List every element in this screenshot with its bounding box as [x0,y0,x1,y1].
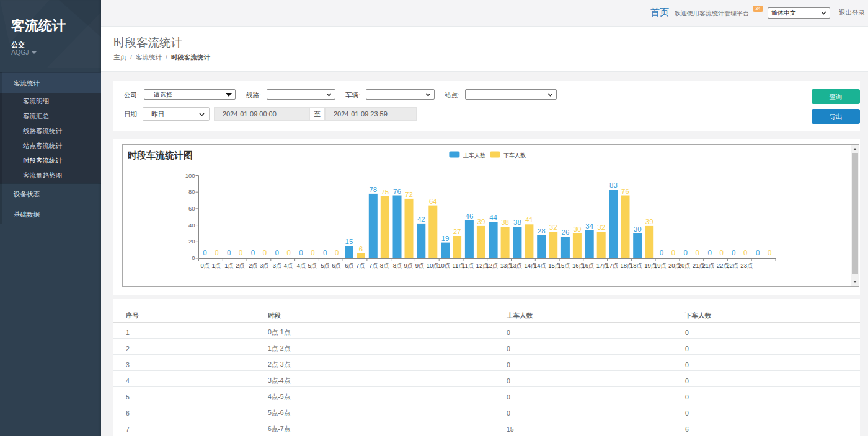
svg-text:0: 0 [684,249,688,256]
svg-text:6点-7点: 6点-7点 [345,262,365,269]
svg-text:80: 80 [188,188,195,195]
svg-text:5点-6点: 5点-6点 [321,262,341,269]
svg-text:0: 0 [323,249,327,256]
svg-text:34: 34 [585,222,593,230]
svg-text:15点-16点: 15点-16点 [558,262,585,269]
svg-text:19点-20点: 19点-20点 [654,262,681,269]
svg-text:0: 0 [732,249,735,256]
svg-text:1点-2点: 1点-2点 [224,262,245,269]
svg-text:0: 0 [335,249,339,256]
svg-text:18点-19点: 18点-19点 [630,262,657,269]
svg-text:0: 0 [743,249,747,256]
svg-text:0: 0 [768,249,771,256]
svg-text:9点-10点: 9点-10点 [415,262,439,269]
svg-text:3点-4点: 3点-4点 [273,262,293,269]
svg-text:39: 39 [477,218,485,225]
svg-text:0: 0 [299,249,303,256]
svg-text:32: 32 [597,224,605,231]
svg-text:40: 40 [188,222,195,229]
svg-text:11点-12点: 11点-12点 [462,262,489,269]
svg-text:0: 0 [756,249,760,256]
svg-text:下车人数: 下车人数 [503,152,526,159]
svg-text:83: 83 [609,181,618,189]
svg-text:12点-13点: 12点-13点 [485,262,512,269]
svg-text:14点-15点: 14点-15点 [534,262,560,269]
svg-text:0: 0 [203,249,206,256]
svg-text:0: 0 [263,249,267,256]
svg-text:0: 0 [275,249,278,256]
svg-text:13点-14点: 13点-14点 [510,262,536,269]
svg-text:0: 0 [671,249,675,256]
svg-text:0: 0 [660,249,663,256]
svg-text:0: 0 [215,249,218,256]
svg-text:0: 0 [311,249,314,256]
svg-text:42: 42 [417,216,425,223]
svg-text:27: 27 [453,228,461,235]
svg-text:30: 30 [574,225,582,233]
svg-text:38: 38 [501,219,509,226]
svg-text:78: 78 [369,186,377,193]
svg-text:75: 75 [381,188,389,196]
svg-text:0点-1点: 0点-1点 [201,262,221,269]
svg-text:6: 6 [359,245,363,253]
svg-text:0: 0 [696,249,699,256]
svg-text:时段车流统计图: 时段车流统计图 [128,150,193,160]
svg-text:20点-21点: 20点-21点 [678,262,705,269]
svg-text:22点-23点: 22点-23点 [726,262,753,269]
svg-text:0: 0 [719,249,723,256]
svg-text:0: 0 [286,249,290,256]
svg-text:16点-17点: 16点-17点 [582,262,609,269]
svg-text:38: 38 [513,219,521,226]
svg-text:上车人数: 上车人数 [463,152,485,159]
svg-text:0: 0 [251,249,255,256]
svg-text:76: 76 [393,188,401,195]
svg-text:30: 30 [634,225,642,233]
svg-text:41: 41 [525,216,533,224]
svg-text:76: 76 [621,188,629,195]
svg-text:32: 32 [549,224,557,231]
svg-text:60: 60 [188,205,195,212]
svg-text:21点-22点: 21点-22点 [702,262,728,269]
svg-text:46: 46 [466,212,474,220]
svg-text:20: 20 [188,238,195,245]
svg-text:10点-11点: 10点-11点 [438,262,464,269]
svg-text:100: 100 [185,172,195,179]
svg-text:0: 0 [227,249,231,256]
svg-text:4点-5点: 4点-5点 [297,262,317,269]
svg-text:0: 0 [192,255,195,261]
svg-text:26: 26 [562,229,570,236]
svg-text:15: 15 [345,238,353,245]
svg-text:7点-8点: 7点-8点 [369,262,389,269]
svg-text:8点-9点: 8点-9点 [393,262,414,269]
svg-text:28: 28 [538,227,546,235]
svg-text:19: 19 [441,235,450,242]
svg-text:0: 0 [707,249,711,256]
svg-text:39: 39 [645,218,653,225]
svg-text:44: 44 [489,214,497,221]
svg-text:17点-18点: 17点-18点 [606,262,632,269]
svg-text:0: 0 [239,249,242,256]
svg-text:64: 64 [429,198,437,205]
svg-text:2点-3点: 2点-3点 [249,262,269,269]
svg-text:72: 72 [405,191,413,198]
